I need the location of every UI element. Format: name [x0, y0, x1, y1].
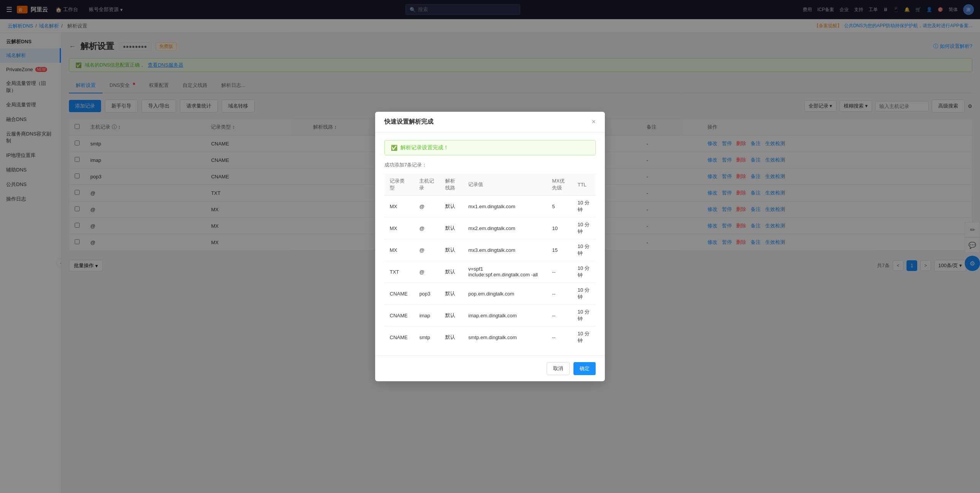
modal-row-type: MX [384, 196, 414, 217]
modal-row-ttl: 10 分钟 [572, 261, 596, 283]
modal-footer: 取消 确定 [375, 356, 605, 381]
modal-success-banner: ✅ 解析记录设置完成！ [384, 140, 596, 155]
modal-row-host: @ [414, 217, 440, 239]
modal-col-value: 记录值 [463, 174, 547, 196]
modal-table-row: CNAME smtp 默认 smtp.em.dingtalk.com -- 10… [384, 326, 596, 348]
modal-confirm-button[interactable]: 确定 [573, 362, 596, 375]
success-text: 解析记录设置完成！ [400, 144, 449, 151]
modal-row-ttl: 10 分钟 [572, 217, 596, 239]
modal-col-host: 主机记录 [414, 174, 440, 196]
modal-row-line: 默认 [440, 217, 463, 239]
modal-row-line: 默认 [440, 305, 463, 326]
modal-close-button[interactable]: × [591, 118, 596, 126]
modal-row-line: 默认 [440, 283, 463, 305]
modal-row-ttl: 10 分钟 [572, 239, 596, 261]
modal-row-priority: 5 [547, 196, 572, 217]
modal-row-line: 默认 [440, 196, 463, 217]
modal-row-host: @ [414, 261, 440, 283]
modal-table-row: MX @ 默认 mx3.em.dingtalk.com 15 10 分钟 [384, 239, 596, 261]
modal-header: 快速设置解析完成 × [375, 112, 605, 132]
modal-row-ttl: 10 分钟 [572, 326, 596, 348]
modal-dialog: 快速设置解析完成 × ✅ 解析记录设置完成！ 成功添加7条记录： 记录类型 主机… [375, 112, 605, 381]
modal-row-value: pop.em.dingtalk.com [463, 283, 547, 305]
modal-row-ttl: 10 分钟 [572, 283, 596, 305]
modal-row-priority: 10 [547, 217, 572, 239]
modal-row-value: v=spf1 include:spf.em.dingtalk.com -all [463, 261, 547, 283]
modal-col-priority: MX优先级 [547, 174, 572, 196]
modal-table-row: CNAME imap 默认 imap.em.dingtalk.com -- 10… [384, 305, 596, 326]
modal-row-host: @ [414, 196, 440, 217]
modal-row-priority: -- [547, 283, 572, 305]
modal-row-value: mx1.em.dingtalk.com [463, 196, 547, 217]
modal-col-ttl: TTL [572, 174, 596, 196]
modal-col-line: 解析线路 [440, 174, 463, 196]
modal-table-row: MX @ 默认 mx1.em.dingtalk.com 5 10 分钟 [384, 196, 596, 217]
modal-row-ttl: 10 分钟 [572, 196, 596, 217]
success-icon: ✅ [391, 145, 397, 151]
modal-row-type: CNAME [384, 326, 414, 348]
modal-table-header: 记录类型 主机记录 解析线路 记录值 MX优先级 TTL [384, 174, 596, 196]
modal-row-value: mx2.em.dingtalk.com [463, 217, 547, 239]
modal-row-value: mx3.em.dingtalk.com [463, 239, 547, 261]
modal-cancel-button[interactable]: 取消 [547, 362, 570, 375]
modal-records-table: 记录类型 主机记录 解析线路 记录值 MX优先级 TTL MX @ 默认 mx1… [384, 174, 596, 348]
modal-row-priority: -- [547, 326, 572, 348]
modal-title: 快速设置解析完成 [384, 118, 433, 126]
modal-row-ttl: 10 分钟 [572, 305, 596, 326]
modal-row-host: smtp [414, 326, 440, 348]
modal-body: ✅ 解析记录设置完成！ 成功添加7条记录： 记录类型 主机记录 解析线路 记录值… [375, 132, 605, 356]
modal-row-type: MX [384, 217, 414, 239]
modal-row-line: 默认 [440, 261, 463, 283]
modal-row-line: 默认 [440, 326, 463, 348]
modal-table-row: MX @ 默认 mx2.em.dingtalk.com 10 10 分钟 [384, 217, 596, 239]
modal-table-row: TXT @ 默认 v=spf1 include:spf.em.dingtalk.… [384, 261, 596, 283]
modal-row-value: smtp.em.dingtalk.com [463, 326, 547, 348]
modal-row-value: imap.em.dingtalk.com [463, 305, 547, 326]
modal-row-host: @ [414, 239, 440, 261]
modal-row-type: TXT [384, 261, 414, 283]
modal-row-host: imap [414, 305, 440, 326]
modal-table-row: CNAME pop3 默认 pop.em.dingtalk.com -- 10 … [384, 283, 596, 305]
modal-row-type: MX [384, 239, 414, 261]
modal-row-priority: -- [547, 305, 572, 326]
modal-col-type: 记录类型 [384, 174, 414, 196]
modal-row-type: CNAME [384, 305, 414, 326]
modal-overlay: 快速设置解析完成 × ✅ 解析记录设置完成！ 成功添加7条记录： 记录类型 主机… [0, 0, 980, 493]
modal-row-type: CNAME [384, 283, 414, 305]
modal-subtitle: 成功添加7条记录： [384, 162, 596, 168]
modal-row-priority: 15 [547, 239, 572, 261]
modal-row-host: pop3 [414, 283, 440, 305]
modal-row-line: 默认 [440, 239, 463, 261]
modal-row-priority: -- [547, 261, 572, 283]
